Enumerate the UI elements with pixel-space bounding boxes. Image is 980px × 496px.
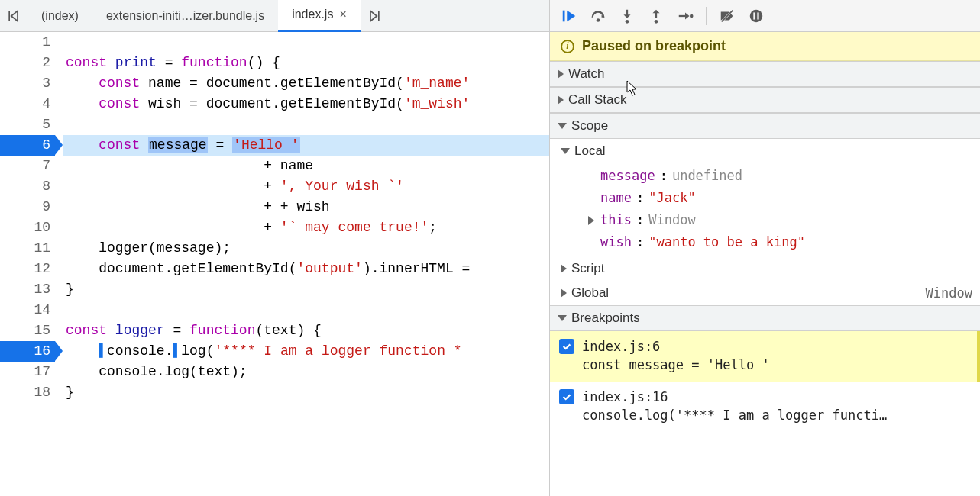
line-number[interactable]: 1: [0, 32, 55, 53]
code-line[interactable]: }: [63, 382, 549, 403]
line-number[interactable]: 5: [0, 114, 55, 135]
breakpoint-item[interactable]: index.js:16 console.log('**** I am a log…: [550, 382, 980, 432]
line-number[interactable]: 11: [0, 238, 55, 259]
breakpoint-snippet: console.log('**** I am a logger functi…: [582, 406, 887, 424]
line-number[interactable]: 4: [0, 94, 55, 114]
code-editor[interactable]: 123456789101112131415161718 const print …: [0, 32, 549, 496]
code-line[interactable]: const logger = function(text) {: [63, 320, 549, 341]
code-line[interactable]: + ', Your wish `': [63, 176, 549, 197]
tab-index[interactable]: (index): [27, 0, 92, 32]
scope-global-value: Window: [926, 285, 972, 301]
tab-prev-button[interactable]: [0, 0, 27, 32]
code-line[interactable]: const print = function() {: [63, 53, 549, 73]
section-label: Breakpoints: [571, 311, 640, 326]
breakpoint-snippet: const message = 'Hello ': [582, 356, 770, 374]
debugger-status-banner: i Paused on breakpoint: [550, 32, 980, 61]
scope-global-header[interactable]: Global Window: [550, 281, 980, 305]
chevron-right-icon: [588, 216, 594, 225]
code-line[interactable]: logger(message);: [63, 238, 549, 259]
step-out-icon: [648, 8, 665, 24]
scope-local-vars: message: undefinedname: "Jack"this: Wind…: [550, 163, 980, 256]
step-over-icon: [590, 8, 606, 24]
line-number[interactable]: 15: [0, 320, 55, 341]
svg-rect-0: [8, 11, 10, 21]
breakpoints-list: index.js:6 const message = 'Hello ' inde…: [550, 331, 980, 432]
chevron-right-icon: [561, 264, 567, 273]
line-number[interactable]: 7: [0, 156, 55, 176]
tab-label: index.js: [292, 8, 333, 21]
line-number[interactable]: 10: [0, 217, 55, 238]
breakpoint-checkbox[interactable]: [559, 389, 574, 404]
line-number[interactable]: 16: [0, 341, 55, 362]
tab-label: extension-initi…izer.bundle.js: [106, 9, 264, 23]
breakpoints-section-header[interactable]: Breakpoints: [550, 305, 980, 331]
code-line[interactable]: ▌console.▌log('**** I am a logger functi…: [63, 341, 549, 362]
step-button[interactable]: [672, 3, 698, 29]
watch-section-header[interactable]: Watch: [550, 61, 980, 87]
section-label: Scope: [571, 118, 608, 134]
scope-var-row[interactable]: this: Window: [587, 209, 980, 231]
code-line[interactable]: const message = 'Hello ': [63, 135, 549, 156]
breakpoint-checkbox[interactable]: [559, 339, 574, 354]
breakpoint-item[interactable]: index.js:6 const message = 'Hello ': [550, 331, 980, 382]
code-line[interactable]: const wish = document.getElementById('m_…: [63, 94, 549, 114]
callstack-section-header[interactable]: Call Stack: [550, 87, 980, 113]
scope-script-header[interactable]: Script: [550, 256, 980, 281]
line-number[interactable]: 2: [0, 53, 55, 73]
line-number[interactable]: 14: [0, 300, 55, 320]
tab-indexjs[interactable]: index.js ×: [278, 0, 361, 32]
close-icon[interactable]: ×: [339, 8, 346, 21]
deactivate-breakpoints-button[interactable]: [714, 3, 740, 29]
tab-label: (index): [41, 9, 79, 23]
line-number[interactable]: 12: [0, 259, 55, 279]
line-number[interactable]: 3: [0, 73, 55, 94]
tab-next-button[interactable]: [361, 0, 388, 32]
scope-var-row[interactable]: wish: "wanto to be a king": [587, 231, 980, 253]
line-number[interactable]: 18: [0, 382, 55, 403]
section-label: Global: [571, 285, 609, 301]
var-name: message: [600, 165, 655, 187]
var-value: Window: [648, 209, 695, 231]
code-line[interactable]: const name = document.getElementById('m_…: [63, 73, 549, 94]
svg-point-3: [597, 18, 600, 22]
code-line[interactable]: + '` may come true!';: [63, 217, 549, 238]
var-name: this: [600, 209, 632, 231]
tab-extension[interactable]: extension-initi…izer.bundle.js: [92, 0, 278, 32]
code-line[interactable]: document.getElementById('output').innerH…: [63, 259, 549, 279]
svg-point-9: [690, 14, 694, 18]
step-out-button[interactable]: [643, 3, 669, 29]
code-line[interactable]: console.log(text);: [63, 362, 549, 382]
step-into-button[interactable]: [614, 3, 640, 29]
code-line[interactable]: + name: [63, 156, 549, 176]
chevron-right-icon: [561, 288, 567, 298]
section-label: Local: [574, 143, 606, 159]
resume-button[interactable]: [556, 3, 582, 29]
scope-var-row[interactable]: name: "Jack": [587, 187, 980, 209]
step-over-button[interactable]: [585, 3, 611, 29]
code-line[interactable]: [63, 300, 549, 320]
scope-section-header[interactable]: Scope: [550, 113, 980, 139]
line-number[interactable]: 6: [0, 135, 55, 156]
svg-point-5: [626, 20, 629, 24]
debugger-toolbar: [550, 0, 980, 32]
chevron-right-icon: [558, 69, 564, 79]
code-line[interactable]: [63, 114, 549, 135]
line-number[interactable]: 13: [0, 279, 55, 300]
code-line[interactable]: }: [63, 279, 549, 300]
section-label: Call Stack: [568, 92, 627, 108]
chevron-down-icon: [558, 315, 567, 321]
pause-exceptions-icon: [748, 8, 765, 24]
scope-local-header[interactable]: Local: [550, 139, 980, 163]
code-line[interactable]: + + wish: [63, 197, 549, 217]
tab-prev-icon: [6, 8, 21, 24]
scope-var-row[interactable]: message: undefined: [587, 165, 980, 187]
svg-point-7: [655, 20, 658, 24]
toolbar-separator: [706, 7, 707, 25]
line-number[interactable]: 8: [0, 176, 55, 197]
info-icon: i: [561, 40, 574, 53]
pause-exceptions-button[interactable]: [743, 3, 769, 29]
line-number[interactable]: 9: [0, 197, 55, 217]
code-line[interactable]: [63, 32, 549, 53]
line-number[interactable]: 17: [0, 362, 55, 382]
resume-icon: [561, 8, 577, 24]
